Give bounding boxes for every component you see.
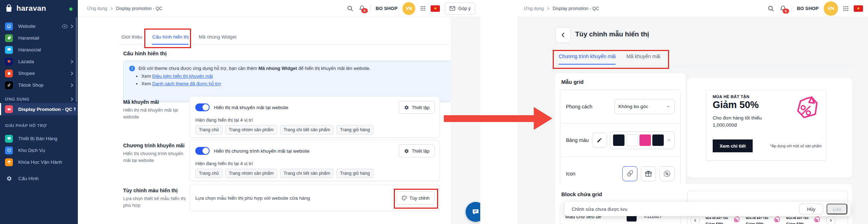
card-title: Block chứa grid (561, 191, 602, 197)
toggle-ma-khuyen-mai[interactable] (195, 103, 210, 111)
card-title: Mẫu grid (561, 79, 584, 85)
icon-option-gift[interactable] (641, 166, 656, 181)
eye-icon[interactable] (62, 24, 68, 29)
preview-note: *Áp dụng với một số sản phẩm (770, 144, 822, 148)
promotion-preview-card: MÙA HÈ BẤT TẬN Giảm 50% Cho đơn hàng tối… (706, 90, 826, 161)
sidebar-item-thiet-bi-ban-hang[interactable]: Thiết Bị Bán Hàng (0, 133, 78, 144)
sidebar-item-cau-hinh[interactable]: Cấu Hình (0, 173, 78, 184)
preview-description: Cho đơn hàng tối thiểu 1,000,000đ (713, 114, 762, 129)
envelope-icon (450, 6, 455, 11)
tab-bar: Chương trình khuyến mãi Mã khuyến mãi (559, 54, 660, 65)
breadcrumb-chevron-icon (110, 7, 113, 10)
section-label-ma-khuyen-mai: Mã khuyến mãi Hiển thị mã khuyến mãi tại… (123, 99, 189, 121)
notifications-bell-icon[interactable]: 5 (779, 5, 787, 12)
discount-tag-icon (732, 216, 740, 224)
shopping-bag-icon (4, 4, 14, 13)
tab-gioi-thieu[interactable]: Giới thiệu (121, 34, 142, 45)
online-status-dot (69, 7, 72, 11)
sidebar-item-hararetail[interactable]: Hararetail (0, 32, 78, 44)
sidebar-item-lazada[interactable]: Lazada (0, 56, 78, 67)
status-text: Hiện đang hiển thị tại 4 vị trí (195, 161, 253, 166)
sidebar-item-harasocial[interactable]: Harasocial (0, 44, 78, 56)
chevron-down-icon (667, 138, 671, 142)
tab-ma-khuyen-mai[interactable]: Mã khuyến mãi (626, 54, 660, 65)
breadcrumb: Ứng dụng Display promotion - QC (524, 6, 599, 11)
gear-icon (5, 175, 13, 182)
tab-chuong-trinh-khuyen-mai[interactable]: Chương trình khuyến mãi (559, 54, 616, 65)
tiktok-icon (5, 81, 13, 89)
sidebar-item-website[interactable]: Website (0, 20, 78, 32)
palette-row: Bảng màu (560, 123, 680, 157)
breadcrumb-current: Display promotion - QC (116, 6, 162, 11)
pencil-icon (597, 137, 602, 143)
back-button[interactable] (556, 27, 571, 43)
setup-button-ma-khuyen-mai[interactable]: Thiết lập (399, 101, 435, 114)
sidebar-item-khoa-hoc-van-hanh[interactable]: Khóa Học Vận Hành (0, 156, 78, 168)
chevron-down-icon (666, 104, 671, 109)
link-danh-sach-theme[interactable]: Danh sách theme đã được hỗ trợ (152, 81, 221, 86)
tab-divider (119, 45, 449, 45)
left-app-window: haravan Website Hararetail (0, 0, 480, 224)
pin-icon[interactable] (72, 107, 77, 112)
sidebar: haravan Website Hararetail (0, 0, 78, 224)
sidebar-item-tiktok-shop[interactable]: Tiktok Shop (0, 79, 78, 91)
discount-tag-icon (812, 216, 821, 224)
pos-device-icon (5, 135, 13, 143)
link-dieu-kien-hien-thi[interactable]: Điều kiện hiển thị khuyến mãi (152, 73, 213, 79)
toggle-chuong-trinh-khuyen-mai[interactable] (195, 147, 210, 155)
shop-name[interactable]: BO SHOP (376, 6, 397, 11)
avatar[interactable]: VN (402, 2, 415, 15)
chevron-left-icon (561, 32, 565, 38)
avatar[interactable]: VN (824, 1, 838, 16)
notifications-bell-icon[interactable]: 5 (358, 5, 365, 12)
sidebar-section-apps[interactable]: ỨNG DỤNG (0, 95, 78, 103)
tab-ma-nhung-widget[interactable]: Mã nhúng Widget (199, 34, 236, 45)
status-text: Hiện đang hiển thị tại 4 vị trí (195, 117, 253, 123)
sidebar-item-kho-dich-vu[interactable]: Kho Dịch Vụ (0, 144, 78, 156)
info-icon: i (129, 66, 135, 71)
icon-option-percent-badge[interactable] (659, 166, 674, 181)
discount-tag-icon (788, 95, 821, 127)
unsaved-changes-bar: Chỉnh sửa chưa được lưu Hủy Lưu (565, 202, 850, 216)
card-ma-khuyen-mai: Hiển thị mã khuyến mãi tại website Thiết… (189, 96, 440, 138)
style-select[interactable]: Không bo góc (614, 99, 674, 114)
chat-lines-icon (471, 207, 480, 217)
preview-cta-button[interactable]: Xem chi tiết (713, 139, 753, 152)
tab-cau-hinh-hien-thi[interactable]: Cấu hình hiển thị (152, 34, 189, 45)
color-palette-select[interactable] (610, 131, 674, 149)
search-icon[interactable] (767, 5, 774, 12)
breadcrumb-root[interactable]: Ứng dụng (87, 6, 107, 11)
sidebar-item-shopee[interactable]: Shopee (0, 67, 78, 79)
breadcrumb-chevron-icon (547, 7, 550, 10)
app-grid-icon[interactable] (420, 6, 426, 11)
card-chuong-trinh-khuyen-mai: Hiển thị chương trình khuyến mãi tại web… (189, 140, 440, 181)
feedback-button[interactable]: Góp ý (445, 2, 475, 15)
section-label-chuong-trinh-khuyen-mai: Chương trình khuyến mãi Hiển thị chương … (123, 143, 189, 164)
breadcrumb-root[interactable]: Ứng dụng (524, 6, 544, 11)
customize-button[interactable]: Tùy chỉnh (396, 191, 435, 205)
icon-option-price-tag[interactable] (622, 166, 637, 181)
chevron-right-icon[interactable] (70, 24, 74, 29)
app-grid-icon[interactable] (843, 6, 849, 11)
search-icon[interactable] (347, 5, 353, 12)
tab-bar: Giới thiệu Cấu hình hiển thị Mã nhúng Wi… (121, 34, 236, 45)
cancel-button[interactable]: Hủy (799, 204, 823, 214)
style-row: Phong cách Không bo góc (560, 90, 680, 123)
annotation-arrow (444, 115, 535, 122)
carousel-prev-button[interactable] (691, 216, 700, 224)
chip-trang-chu: Trang chủ (195, 125, 222, 134)
setup-button-chuong-trinh[interactable]: Thiết lập (399, 144, 435, 157)
edit-palette-button[interactable] (592, 133, 607, 148)
save-button[interactable]: Lưu (827, 204, 847, 214)
preview-panel: MÙA HÈ BẤT TẬN Giảm 50% Cho đơn hàng tối… (687, 78, 852, 178)
gear-icon (404, 105, 409, 110)
haravan-logo[interactable]: haravan (4, 4, 46, 13)
shop-name[interactable]: BO SHOP (797, 6, 819, 11)
preview-headline: Giảm 50% (713, 100, 759, 111)
carousel-next-button[interactable] (826, 216, 836, 224)
coupon-ticket-icon (5, 105, 13, 113)
grid-options-box: Phong cách Không bo góc Bảng màu (560, 90, 681, 190)
vietnam-flag-icon[interactable]: ★ (854, 5, 863, 12)
vietnam-flag-icon[interactable]: ★ (431, 5, 440, 12)
sidebar-item-display-promotion[interactable]: Display Promotion - QC (0, 103, 78, 115)
